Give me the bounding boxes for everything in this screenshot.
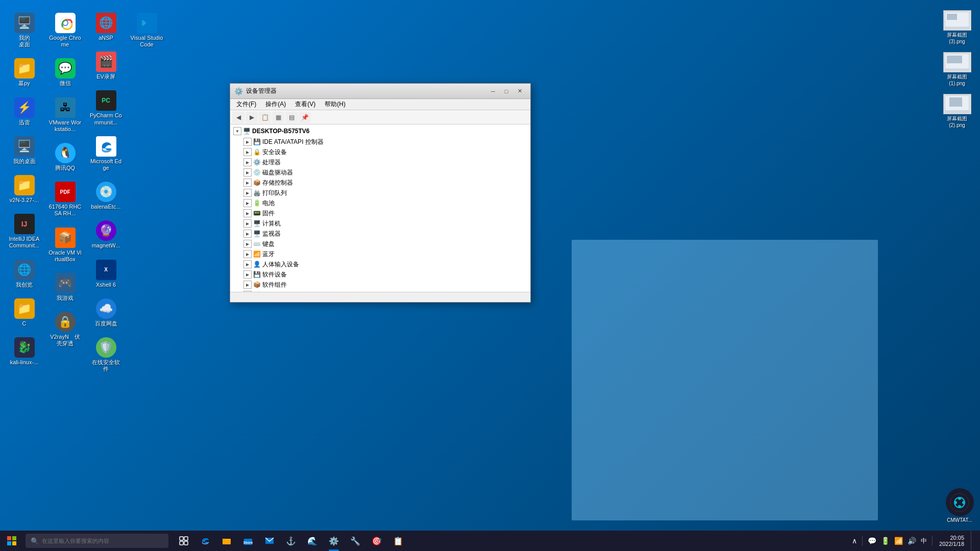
taskbar-explorer[interactable] xyxy=(216,531,237,551)
tree-item-cpu[interactable]: ▶ ⚙️ 处理器 xyxy=(231,157,529,167)
desktop-icon-vmware[interactable]: 🖧 VMware Workstatio... xyxy=(46,95,84,135)
cmwtat-icon[interactable]: CMWTAT... xyxy=(942,488,977,523)
desktop-icon-mepy[interactable]: 📁 墓py xyxy=(5,56,43,89)
desktop-icon-xshell[interactable]: X Xshell 6 xyxy=(87,257,125,291)
expander[interactable]: ▶ xyxy=(243,250,252,258)
taskbar-store[interactable]: Store xyxy=(238,531,258,551)
expander[interactable]: ▶ xyxy=(243,219,252,228)
tree-root-expander[interactable]: ▼ xyxy=(233,127,241,135)
desktop-icon-c[interactable]: 📁 C xyxy=(5,296,43,330)
desktop-icon-v2rayn[interactable]: 🔒 V2rayN 伏壳穿透 xyxy=(46,309,84,349)
expander[interactable]: ▶ xyxy=(243,270,252,279)
taskbar-devmgr[interactable]: ⚙️ xyxy=(324,531,344,551)
expander[interactable]: ▶ xyxy=(243,189,252,197)
taskbar-app6[interactable]: ⚓ xyxy=(281,531,301,551)
desktop-icon-edge[interactable]: Microsoft Edge xyxy=(87,134,125,174)
expander[interactable]: ▶ xyxy=(243,230,252,238)
tray-expand[interactable]: ∧ xyxy=(851,536,858,546)
menu-view[interactable]: 查看(V) xyxy=(291,99,320,109)
tree-item-ide[interactable]: ▶ 💾 IDE ATA/ATAPI 控制器 xyxy=(231,137,529,147)
toolbar-pin-button[interactable]: 📌 xyxy=(299,112,311,123)
toolbar-back-button[interactable]: ◀ xyxy=(232,112,244,123)
expander[interactable]: ▶ xyxy=(243,281,252,289)
taskbar-clock[interactable]: 20:05 2022/1/18 xyxy=(937,535,967,547)
tree-item-storage[interactable]: ▶ 📦 存储控制器 xyxy=(231,178,529,188)
tray-chat[interactable]: 💬 xyxy=(867,536,877,546)
tray-ime[interactable]: 中 xyxy=(920,536,928,546)
desktop-icon-thunder[interactable]: ⚡ 迅雷 xyxy=(5,95,43,129)
desktop-icon-vscode[interactable]: Visual Studio Code xyxy=(128,10,166,51)
toolbar-properties-button[interactable]: 📋 xyxy=(259,112,271,123)
taskbar-search-box[interactable]: 🔍 xyxy=(26,534,168,548)
desktop-icon-ev[interactable]: 🎬 EV录屏 xyxy=(87,49,125,83)
desktop-icon-617640[interactable]: PDF 617640 RHCSA RH... xyxy=(46,179,84,219)
expander[interactable]: ▶ xyxy=(243,260,252,268)
tree-item-keyboard[interactable]: ▶ ⌨️ 键盘 xyxy=(231,239,529,249)
taskbar-taskview[interactable] xyxy=(174,531,194,551)
tree-item-bluetooth[interactable]: ▶ 📶 蓝牙 xyxy=(231,249,529,259)
window-minimize-button[interactable]: ─ xyxy=(486,86,500,96)
tray-show-desktop[interactable] xyxy=(971,531,975,550)
menu-file[interactable]: 文件(F) xyxy=(232,99,260,109)
expander[interactable]: ▶ xyxy=(243,138,252,146)
menu-help[interactable]: 帮助(H) xyxy=(321,99,350,109)
desktop-icon-magnetw[interactable]: 🔮 magnetW... xyxy=(87,218,125,252)
search-input[interactable] xyxy=(42,538,144,544)
tree-item-softdev[interactable]: ▶ 💾 软件设备 xyxy=(231,269,529,280)
expander[interactable]: ▶ xyxy=(243,148,252,156)
tree-item-battery[interactable]: ▶ 🔋 电池 xyxy=(231,198,529,208)
screenshot-thumb-2[interactable]: 屏幕截图(2).png xyxy=(942,94,972,128)
desktop-icon-kali[interactable]: 🐉 kali-linux-... xyxy=(5,335,43,368)
tree-root-node[interactable]: ▼ 🖥️ DESKTOP-B575TV6 xyxy=(231,126,529,137)
taskbar-app9[interactable]: 🔧 xyxy=(345,531,365,551)
desktop-icon-wechat[interactable]: 💬 微信 xyxy=(46,56,84,89)
screenshot-thumb-1[interactable]: 屏幕截图(1).png xyxy=(942,52,972,86)
expander[interactable]: ▶ xyxy=(243,179,252,187)
desktop-icon-intellij[interactable]: IJ IntelliJ IDEA Communit... xyxy=(5,211,43,252)
desktop-icon-desktop2[interactable]: 🖥️ 我的桌面 xyxy=(5,134,43,167)
desktop-icon-chuanglan[interactable]: 🌐 我创览 xyxy=(5,257,43,291)
screenshot-thumb-3[interactable]: 屏幕截图(3).png xyxy=(942,10,972,44)
tray-battery[interactable]: 🔋 xyxy=(880,536,891,546)
tree-item-hid[interactable]: ▶ 👤 人体输入设备 xyxy=(231,259,529,269)
taskbar-app7[interactable]: 🌊 xyxy=(302,531,323,551)
desktop-icon-ensp[interactable]: 🌐 aNSP xyxy=(87,10,125,44)
desktop-icon-wode[interactable]: 🖥️ 我的桌面 xyxy=(5,10,43,51)
desktop-icon-chrome[interactable]: Google Chrome xyxy=(46,10,84,51)
expander[interactable]: ▶ xyxy=(243,240,252,248)
expander[interactable]: ▶ xyxy=(243,209,252,217)
tree-item-monitor[interactable]: ▶ 🖥️ 监视器 xyxy=(231,229,529,239)
tree-item-disk[interactable]: ▶ 💿 磁盘驱动器 xyxy=(231,167,529,178)
window-close-button[interactable]: ✕ xyxy=(513,86,526,96)
taskbar-mail[interactable] xyxy=(259,531,280,551)
desktop-icon-360[interactable]: 🛡️ 在线安全软件 xyxy=(87,335,125,375)
tray-network[interactable]: 📶 xyxy=(893,536,904,546)
tray-volume[interactable]: 🔊 xyxy=(906,536,917,546)
tree-item-print[interactable]: ▶ 🖨️ 打印队列 xyxy=(231,188,529,198)
expander[interactable]: ▶ xyxy=(243,168,252,177)
desktop-icon-virtualbox[interactable]: 📦 Oracle VM VirtualBox xyxy=(46,225,84,265)
device-tree[interactable]: ▼ 🖥️ DESKTOP-B575TV6 ▶ 💾 IDE ATA/ATAPI 控… xyxy=(230,124,530,292)
expander[interactable]: ▶ xyxy=(243,199,252,207)
desktop-icon-qq[interactable]: 🐧 腾讯QQ xyxy=(46,140,84,174)
toolbar-forward-button[interactable]: ▶ xyxy=(246,112,258,123)
expander[interactable]: ▶ xyxy=(243,158,252,166)
taskbar-edge[interactable] xyxy=(195,531,215,551)
desktop-icon-v2n[interactable]: 📁 v2N-3.27-... xyxy=(5,172,43,206)
start-button[interactable] xyxy=(0,531,23,551)
window-titlebar[interactable]: ⚙️ 设备管理器 ─ □ ✕ xyxy=(230,84,530,99)
window-maximize-button[interactable]: □ xyxy=(500,86,513,96)
desktop-icon-balena[interactable]: 💿 balenaEtc... xyxy=(87,179,125,213)
taskbar-app11[interactable]: 📋 xyxy=(388,531,408,551)
desktop-icon-youxi[interactable]: 🎮 我游戏 xyxy=(46,270,84,304)
tree-item-computer[interactable]: ▶ 🖥️ 计算机 xyxy=(231,218,529,229)
tree-item-softcomp[interactable]: ▶ 📦 软件组件 xyxy=(231,280,529,290)
toolbar-view2-button[interactable]: ▤ xyxy=(285,112,298,123)
tree-item-security[interactable]: ▶ 🔒 安全设备 xyxy=(231,147,529,157)
desktop-icon-baidupan[interactable]: ☁️ 百度网盘 xyxy=(87,296,125,330)
toolbar-view1-button[interactable]: ▦ xyxy=(272,112,284,123)
desktop-icon-pycharm[interactable]: PC PyCharm Communit... xyxy=(87,88,125,128)
taskbar-app10[interactable]: 🎯 xyxy=(366,531,387,551)
tree-item-firmware[interactable]: ▶ 📟 固件 xyxy=(231,208,529,218)
menu-action[interactable]: 操作(A) xyxy=(261,99,290,109)
